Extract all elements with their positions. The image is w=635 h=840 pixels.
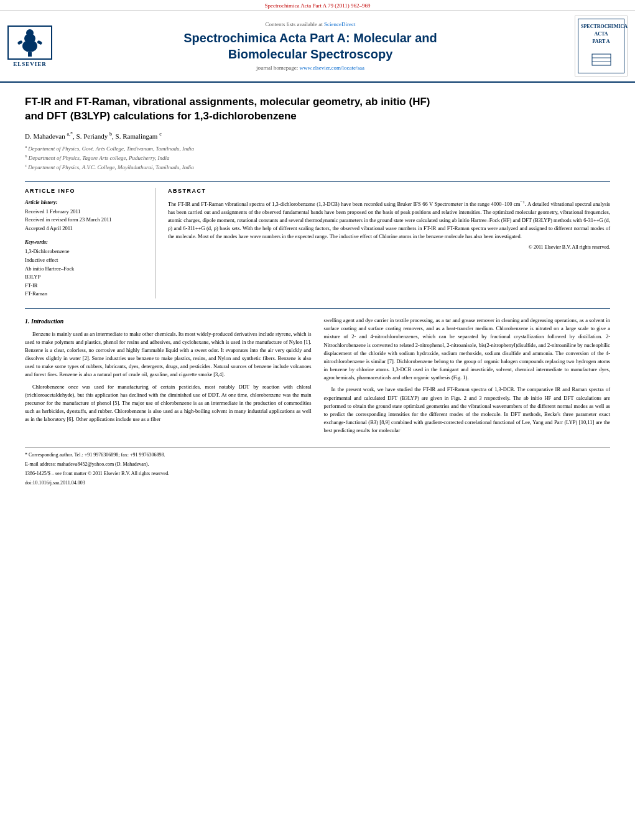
elsevier-logo-box (7, 25, 52, 60)
elsevier-logo-block: ELSEVIER (7, 25, 52, 67)
article-info-abstract-section: ARTICLE INFO Article history: Received 1… (25, 181, 610, 298)
svg-rect-5 (37, 40, 42, 45)
right-logo-box: SPECTROCHIMICAACTAPART A (575, 16, 628, 76)
journal-reference: Spectrochimica Acta Part A 79 (2011) 962… (264, 2, 370, 9)
sciencedirect-link[interactable]: ScienceDirect (324, 21, 355, 27)
footer-doi: doi:10.1016/j.saa.2011.04.003 (25, 479, 610, 487)
keyword-5: FT-IR (25, 282, 147, 290)
keyword-3: Ab initio Hartree–Fock (25, 265, 147, 274)
svg-rect-0 (28, 52, 32, 57)
abstract-column: ABSTRACT The FT-IR and FT-Raman vibratio… (168, 188, 610, 298)
abstract-text: The FT-IR and FT-Raman vibrational spect… (168, 199, 610, 241)
article-info-column: ARTICLE INFO Article history: Received 1… (25, 188, 155, 298)
journal-homepage-text: journal homepage: www.elsevier.com/locat… (52, 65, 568, 71)
journal-reference-bar: Spectrochimica Acta Part A 79 (2011) 962… (0, 0, 635, 11)
footer-notes: * Corresponding author. Tel.: +91 997630… (25, 447, 610, 487)
svg-rect-6 (592, 54, 611, 65)
body-col-right: swelling agent and dye carrier in textil… (324, 316, 611, 438)
affiliation-a: a Department of Physics, Govt. Arts Coll… (25, 144, 610, 153)
keyword-4: B3LYP (25, 273, 147, 282)
article-info-header: ARTICLE INFO (25, 188, 147, 194)
revised-date: Received in revised form 23 March 2011 (25, 216, 147, 224)
history-label: Article history: (25, 199, 147, 205)
issn-text: 1386-1425/$ – see front matter © 2011 El… (25, 471, 169, 476)
article-dates: Received 1 February 2011 Received in rev… (25, 208, 147, 233)
spectrochimica-logo-icon (589, 48, 614, 67)
body-para-3: swelling agent and dye carrier in textil… (324, 316, 611, 382)
svg-rect-4 (17, 40, 23, 45)
elsevier-label: ELSEVIER (13, 61, 47, 67)
footnote-email: E-mail address: mahadeva8452@yahoo.com (… (25, 461, 610, 469)
keyword-6: FT-Raman (25, 290, 147, 298)
keyword-2: Inductive effect (25, 256, 147, 265)
svg-point-3 (26, 29, 34, 37)
journal-header: ELSEVIER Contents lists available at Sci… (0, 11, 635, 83)
article-authors: D. Mahadevan a,*, S. Periandy b, S. Rama… (25, 131, 610, 140)
footer-issn: 1386-1425/$ – see front matter © 2011 El… (25, 470, 610, 478)
article-content: FT-IR and FT-Raman, vibrational assignme… (0, 83, 635, 501)
doi-text: doi:10.1016/j.saa.2011.04.003 (25, 480, 85, 486)
article-title: FT-IR and FT-Raman, vibrational assignme… (25, 95, 610, 124)
contents-available-text: Contents lists available at ScienceDirec… (52, 21, 568, 27)
journal-homepage-link[interactable]: www.elsevier.com/locate/saa (300, 65, 364, 71)
received-date: Received 1 February 2011 (25, 208, 147, 216)
keywords-label: Keywords: (25, 239, 147, 245)
body-section: 1. Introduction Benzene is mainly used a… (25, 308, 610, 487)
affiliation-b: b Department of Physics, Tagore Arts col… (25, 153, 610, 162)
affiliation-c: c Department of Physics, A.V.C. College,… (25, 162, 610, 172)
body-para-2: Chlorobenzene once was used for manufact… (25, 383, 312, 424)
asterisk-note-text: * Corresponding author. Tel.: +91 997630… (25, 452, 165, 458)
email-note-text: E-mail address: mahadeva8452@yahoo.com (… (25, 461, 149, 467)
body-para-1: Benzene is mainly used as an intermediat… (25, 330, 312, 379)
keyword-1: 1,3-Dichlorobenzene (25, 247, 147, 256)
section-1-title: 1. Introduction (25, 316, 312, 326)
body-para-4: In the present work, we have studied the… (324, 385, 611, 435)
journal-right-logo: SPECTROCHIMICAACTAPART A (575, 16, 628, 76)
copyright-text: © 2011 Elsevier B.V. All rights reserved… (168, 244, 610, 250)
journal-main-title: Spectrochimica Acta Part A: Molecular an… (52, 30, 568, 62)
footnote-asterisk: * Corresponding author. Tel.: +91 997630… (25, 451, 610, 459)
accepted-date: Accepted 4 April 2011 (25, 224, 147, 233)
body-col-left: 1. Introduction Benzene is mainly used a… (25, 316, 312, 438)
journal-title-block: Contents lists available at ScienceDirec… (52, 21, 568, 71)
body-two-col: 1. Introduction Benzene is mainly used a… (25, 316, 610, 438)
keywords-list: 1,3-Dichlorobenzene Inductive effect Ab … (25, 247, 147, 298)
affiliations: a Department of Physics, Govt. Arts Coll… (25, 144, 610, 172)
elsevier-tree-icon (11, 29, 49, 57)
abstract-header: ABSTRACT (168, 188, 610, 194)
